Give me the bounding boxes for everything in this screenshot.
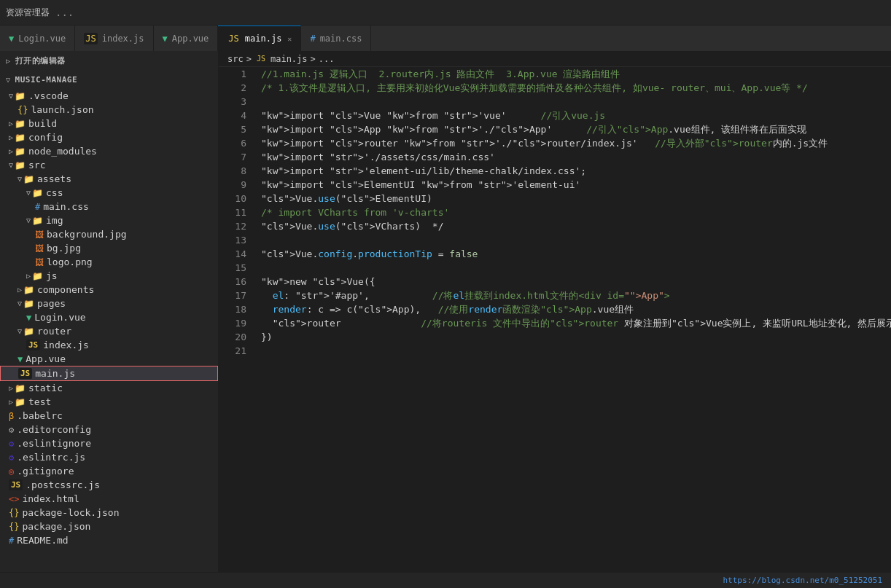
code-line: "kw">import "cls">router "kw">from "str"… bbox=[261, 136, 891, 150]
tree-item-components[interactable]: ▷📁components bbox=[0, 283, 218, 297]
folder-icon: 📁 bbox=[23, 299, 34, 309]
folder-arrow-icon: ▷ bbox=[9, 133, 13, 141]
folder-collapsed-icon: 📁 bbox=[15, 383, 26, 393]
file-label: .babelrc bbox=[17, 410, 63, 421]
code-line: "kw">import "cls">App "kw">from "str">'.… bbox=[261, 122, 891, 136]
file-label: index.js bbox=[43, 340, 89, 350]
js-icon: JS bbox=[227, 33, 240, 44]
folder-arrow-icon: ▷ bbox=[9, 384, 13, 392]
file-label: package-lock.json bbox=[22, 507, 119, 518]
tab-main-js[interactable]: JSmain.js✕ bbox=[218, 26, 301, 51]
tree-item-node_modules[interactable]: ▷📁node_modules bbox=[0, 144, 218, 158]
tabs-bar: ▼Login.vueJSindex.js▼App.vueJSmain.js✕#m… bbox=[0, 26, 891, 51]
line-number: 11 bbox=[227, 205, 246, 219]
tree-item-package-json[interactable]: {}package.json bbox=[0, 520, 218, 533]
tree-item-vscode[interactable]: ▽📁.vscode bbox=[0, 89, 218, 103]
folder-icon: 📁 bbox=[23, 174, 34, 184]
tree-item-main-js-file[interactable]: JSmain.js bbox=[0, 366, 218, 381]
tab-main-css[interactable]: #main.css bbox=[301, 26, 371, 51]
file-label: .gitignore bbox=[17, 466, 74, 477]
line-number: 2 bbox=[227, 81, 246, 95]
watermark: https://blog.csdn.net/m0_51252051 bbox=[723, 576, 882, 585]
line-number: 17 bbox=[227, 289, 246, 302]
open-editors-header[interactable]: ▷ 打开的编辑器 bbox=[0, 51, 218, 71]
file-label: js bbox=[46, 270, 58, 281]
title-bar-more[interactable]: ... bbox=[55, 7, 74, 18]
file-label: package.json bbox=[22, 521, 90, 532]
folder-icon: 📁 bbox=[32, 188, 43, 198]
vue-icon: ▼ bbox=[9, 34, 14, 44]
folder-collapsed-icon: 📁 bbox=[32, 271, 43, 281]
folder-collapsed-icon: 📁 bbox=[15, 146, 26, 157]
tree-item-login-vue-file[interactable]: ▼Login.vue bbox=[0, 310, 218, 324]
tree-item-main-css-file[interactable]: #main.css bbox=[0, 200, 218, 213]
tab-app-vue[interactable]: ▼App.vue bbox=[154, 26, 219, 51]
line-number: 6 bbox=[227, 136, 246, 150]
eslint-icon: ⚙ bbox=[9, 452, 14, 463]
code-lines: //1.main.js 逻辑入口 2.router内.js 路由文件 3.App… bbox=[255, 67, 891, 572]
tab-close-icon[interactable]: ✕ bbox=[287, 35, 292, 43]
tree-item-js-folder[interactable]: ▷📁js bbox=[0, 269, 218, 283]
code-editor[interactable]: 123456789101112131415161718192021 //1.ma… bbox=[219, 67, 891, 572]
code-line: "kw">new "cls">Vue({ bbox=[261, 275, 891, 289]
tree-item-editorconfig[interactable]: ⚙.editorconfig bbox=[0, 423, 218, 436]
tree-item-gitignore[interactable]: ◎.gitignore bbox=[0, 464, 218, 478]
line-number: 13 bbox=[227, 233, 246, 247]
code-line: //1.main.js 逻辑入口 2.router内.js 路由文件 3.App… bbox=[261, 67, 891, 81]
line-number: 21 bbox=[227, 344, 246, 358]
tab-label: index.js bbox=[102, 34, 144, 44]
tree-item-launch-json[interactable]: {}launch.json bbox=[0, 103, 218, 117]
line-number: 10 bbox=[227, 192, 246, 205]
code-line: "kw">import "str">'./assets/css/main.css… bbox=[261, 150, 891, 164]
tree-item-postcssrc[interactable]: JS.postcssrc.js bbox=[0, 478, 218, 492]
line-number: 12 bbox=[227, 219, 246, 233]
tree-item-eslintrc[interactable]: ⚙.eslintrc.js bbox=[0, 450, 218, 464]
folder-arrow-icon: ▽ bbox=[17, 175, 22, 183]
tree-item-test[interactable]: ▷📁test bbox=[0, 395, 218, 409]
vue-icon: ▼ bbox=[26, 313, 31, 323]
tree-item-index-html[interactable]: <>index.html bbox=[0, 492, 218, 506]
js-icon: JS bbox=[18, 368, 32, 379]
tab-index-js[interactable]: JSindex.js bbox=[75, 26, 153, 51]
line-number: 1 bbox=[227, 67, 246, 81]
tree-item-bg-jpg[interactable]: 🖼bg.jpg bbox=[0, 241, 218, 255]
tree-item-eslintignore[interactable]: ⚙.eslintignore bbox=[0, 436, 218, 450]
tree-item-img[interactable]: ▽📁img bbox=[0, 213, 218, 227]
tree-item-pages[interactable]: ▽📁pages bbox=[0, 297, 218, 310]
tree-item-app-vue-file[interactable]: ▼App.vue bbox=[0, 352, 218, 366]
breadcrumb: src > JS main.js > ... bbox=[219, 51, 891, 67]
line-number: 19 bbox=[227, 316, 246, 330]
tab-login-vue[interactable]: ▼Login.vue bbox=[0, 26, 75, 51]
line-number: 16 bbox=[227, 275, 246, 289]
tree-item-package-lock[interactable]: {}package-lock.json bbox=[0, 506, 218, 520]
tab-label: main.js bbox=[245, 34, 282, 44]
tree-item-css[interactable]: ▽📁css bbox=[0, 186, 218, 200]
tree-item-static[interactable]: ▷📁static bbox=[0, 381, 218, 395]
tree-item-background-jpg[interactable]: 🖼background.jpg bbox=[0, 227, 218, 241]
tree-item-src[interactable]: ▽📁src bbox=[0, 158, 218, 172]
file-label: test bbox=[28, 396, 51, 407]
title-bar-text: 资源管理器 bbox=[6, 7, 50, 19]
tree-item-babelrc[interactable]: β.babelrc bbox=[0, 409, 218, 423]
file-label: build bbox=[28, 118, 57, 129]
breadcrumb-sep2: > bbox=[311, 54, 316, 64]
js-icon: JS bbox=[9, 479, 23, 490]
code-line: "cls">Vue.use("cls">VCharts) */ bbox=[261, 219, 891, 233]
json-icon: {} bbox=[9, 508, 19, 518]
code-line bbox=[261, 261, 891, 275]
title-bar: 资源管理器 ... bbox=[0, 0, 891, 26]
line-number: 20 bbox=[227, 330, 246, 344]
tree-item-router[interactable]: ▽📁router bbox=[0, 324, 218, 338]
file-label: .eslintignore bbox=[17, 438, 91, 449]
file-label: main.css bbox=[43, 201, 89, 212]
tree-item-assets[interactable]: ▽📁assets bbox=[0, 172, 218, 186]
html-icon: <> bbox=[9, 494, 19, 504]
tree-item-readme[interactable]: #README.md bbox=[0, 533, 218, 547]
json-icon: {} bbox=[9, 522, 19, 532]
folder-arrow-icon: ▷ bbox=[17, 286, 22, 294]
project-header[interactable]: ▽ MUSIC-MANAGE bbox=[0, 71, 218, 89]
tree-item-config[interactable]: ▷📁config bbox=[0, 130, 218, 144]
tree-item-index-js-file[interactable]: JSindex.js bbox=[0, 338, 218, 352]
tree-item-build[interactable]: ▷📁build bbox=[0, 117, 218, 130]
tree-item-logo-png[interactable]: 🖼logo.png bbox=[0, 255, 218, 269]
